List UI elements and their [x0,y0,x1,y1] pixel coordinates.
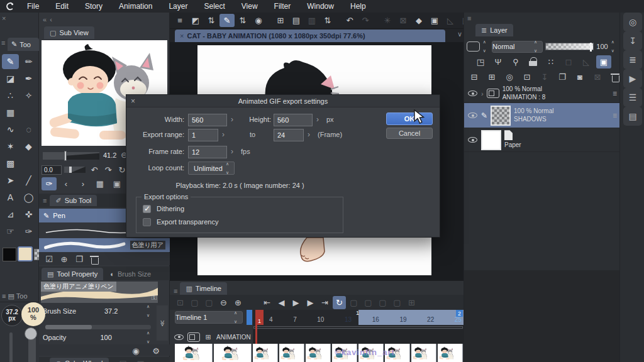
gradient-tool[interactable]: ▩ [2,156,19,171]
stepper-1-icon[interactable]: ⇅ [204,14,219,27]
delete-timeline-icon[interactable]: ▢ [203,296,216,309]
prev-panel-icon[interactable]: ‹ [50,16,52,23]
lock-tool-icon[interactable]: ⚿ [152,293,157,302]
blend-mode-select[interactable]: Normal [492,41,543,53]
tab-tool[interactable]: ✎ Too [8,38,39,51]
auto-select-tool[interactable]: ✶ [2,139,19,154]
zoom-in-icon[interactable]: ⊕ [231,296,245,309]
layer-palette-icon[interactable]: ≣ [623,50,642,69]
draft-layer-icon[interactable]: ▣ [596,55,611,69]
layer-visibility-eye-icon[interactable] [467,111,478,119]
subview-rotation-slider[interactable] [64,167,86,173]
layer-menu-icon[interactable]: ≡ [613,89,617,98]
subview-rotation-value[interactable]: 0.0 [42,165,62,175]
Help[interactable]: Help [342,0,374,13]
next-frame-icon[interactable]: ▶ [304,296,317,309]
tab-layer[interactable]: ≣ Layer [475,24,513,36]
layer-search-icon[interactable]: ☰ [623,88,642,107]
layer-row-paper[interactable]: Paper [464,128,620,152]
rotate-ccw-icon[interactable]: ↶ [88,163,101,177]
cel-thumbnail[interactable] [253,344,278,362]
fill-tool[interactable]: ◆ [20,139,37,154]
brush-size-slider[interactable] [9,332,13,362]
rotate-cw-icon[interactable]: ↷ [102,163,114,177]
subtool-menu-icon[interactable]: ≡ [43,197,47,204]
material-download-icon[interactable]: ↧ [623,31,642,50]
screen-settings-icon[interactable]: ◩ [188,14,203,27]
close-document-icon[interactable]: × [180,32,184,40]
Story[interactable]: Story [77,0,111,13]
reset-defaults-icon[interactable]: ◉ [128,344,143,358]
open-file-icon[interactable]: ▤ [289,14,304,27]
timeline-settings-icon[interactable]: ⊡ [174,296,187,309]
layer-thumbnail[interactable] [491,106,511,126]
new-raster-layer-icon[interactable]: ⊞ [484,70,499,84]
ok-button[interactable]: OK [386,112,433,125]
File[interactable]: File [19,0,47,13]
subtool-item-coloring-pen[interactable]: 色塗り用ア [39,238,170,252]
expand-folder-icon[interactable]: › [481,90,484,97]
first-frame-icon[interactable]: ⇤ [260,296,274,309]
tool-sliders-icon[interactable]: ▤ [8,292,14,300]
onion-next-icon[interactable]: ▢ [362,296,375,309]
brush-size-value[interactable]: 37.2 [104,307,118,315]
blend-mode-stepper[interactable] [533,41,541,52]
redo-icon[interactable]: ↷ [358,14,373,27]
onion-prev-icon[interactable]: ▢ [347,296,360,309]
layer-color-button[interactable] [467,41,480,52]
export-range-to-input[interactable] [274,129,304,141]
dialog-title-bar[interactable]: Animated GIF export settings [126,95,440,107]
decoration-tool[interactable]: ✧ [20,88,37,103]
cel-thumbnail[interactable] [175,344,213,362]
layer-row-animation[interactable]: › 100 % Normal ANIMATION : 8 ≡ [464,84,620,103]
layer-visibility-eye-icon[interactable] [467,89,478,97]
layer-opacity-slider[interactable] [545,43,594,50]
Animation[interactable]: Animation [111,0,160,13]
layer-panel-menu-icon[interactable]: ≡ [467,14,471,22]
tab-brush-size[interactable]: ◐ Brush Size [104,268,157,280]
pencil-tool[interactable]: ✏ [20,54,37,69]
Edit[interactable]: Edit [47,0,77,13]
lasso-tool[interactable]: ◌ [20,122,37,137]
eyedropper-icon[interactable]: ✑ [42,177,57,190]
Layer[interactable]: Layer [160,0,196,13]
next-image-icon[interactable]: › [75,177,91,190]
tab-tool-property[interactable]: ▤ Tool Property [42,268,103,280]
transparent-lock-icon[interactable]: Ψ [491,55,506,69]
sep-2[interactable] [336,14,341,27]
layer-property-icon[interactable]: ▤ [623,107,642,126]
panel-close-icon[interactable]: × [2,14,6,22]
width-stepper-icon[interactable]: › [231,115,233,124]
delete-subtool-icon[interactable] [87,253,102,266]
pen-tool[interactable]: ✎ [2,54,19,69]
timeline-selector[interactable]: Timeline 1 [175,311,243,324]
brush-size-property-slider[interactable] [45,325,151,329]
opacity-badge[interactable]: 100 % [21,302,45,326]
brush-size-stepper[interactable] [146,306,153,316]
subview-zoom-handle[interactable] [64,151,67,161]
new-document-icon[interactable]: ⊞ [273,14,288,27]
View[interactable]: View [233,0,266,13]
line-tool[interactable]: ╱ [20,173,37,188]
layer-row-shadows[interactable]: ✎ 100 % Normal SHADOWS ≡ [464,103,620,128]
color-set-icon[interactable]: ▥ [133,357,148,362]
timeline-selector-stepper[interactable] [233,312,241,322]
cel-thumbnail[interactable] [214,344,252,362]
fill-icon[interactable]: ◆ [411,14,426,27]
divider-icon[interactable]: ⊟ [467,70,482,84]
duplicate-subtool-icon[interactable]: ❐ [72,253,87,266]
eyedropper-tool[interactable]: ✑ [20,224,37,239]
document-tab[interactable]: × CAT - BABY ANIMATION (1080 x 1080px 35… [175,30,445,42]
dithering-checkbox[interactable] [143,205,151,213]
width-input[interactable] [188,114,227,126]
export-transparency-checkbox[interactable] [143,218,151,226]
sep-1[interactable] [267,14,272,27]
cancel-button[interactable]: Cancel [386,128,433,139]
tool-panel-menu-icon[interactable]: ≡ [1,39,5,47]
airbrush-tool[interactable]: ∴ [2,88,19,103]
hand-tool[interactable]: ☞ [2,224,19,239]
opacity-slider-knob[interactable] [25,327,37,340]
deselect-icon[interactable]: ⊠ [396,14,411,27]
swirl-icon[interactable]: ◉ [251,14,266,27]
timeline-start-handle[interactable] [247,310,252,325]
